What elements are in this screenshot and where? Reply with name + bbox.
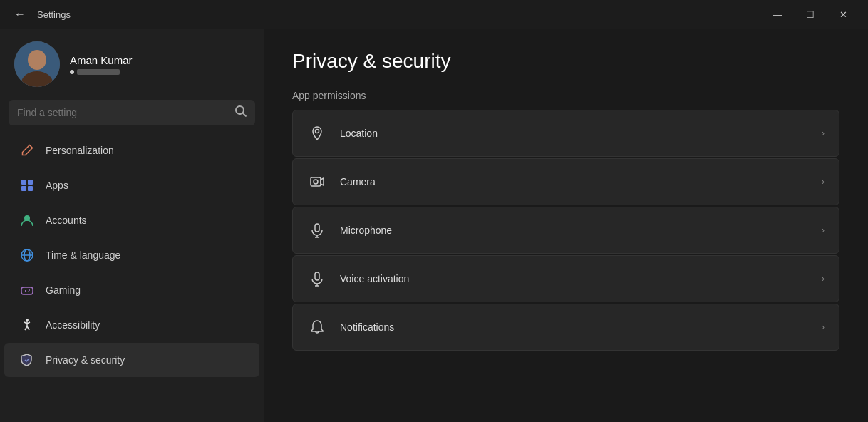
permission-label: Microphone: [340, 225, 809, 236]
sidebar-item-label: Personalization: [46, 145, 114, 156]
voice-icon: [307, 269, 327, 289]
maximize-button[interactable]: ☐: [794, 3, 827, 26]
permission-item-voice[interactable]: Voice activation ›: [292, 255, 839, 302]
user-info: Aman Kumar: [70, 54, 133, 75]
svg-line-20: [25, 326, 27, 330]
sidebar-item-personalization[interactable]: Personalization: [4, 133, 259, 168]
gaming-icon: [19, 282, 36, 299]
svg-rect-28: [315, 272, 319, 280]
minimize-button[interactable]: —: [761, 3, 794, 26]
permission-label: Camera: [340, 176, 809, 187]
user-name: Aman Kumar: [70, 54, 133, 66]
permission-list: Location › Camera ›: [292, 110, 839, 351]
sidebar-item-label: Gaming: [46, 284, 81, 296]
microphone-icon: [307, 220, 327, 240]
search-input[interactable]: [17, 107, 229, 118]
svg-point-15: [28, 291, 29, 292]
globe-icon: [19, 247, 36, 264]
location-icon: [307, 123, 327, 143]
sidebar-nav: Personalization Apps: [0, 133, 264, 378]
svg-rect-11: [21, 287, 33, 294]
sidebar-item-apps[interactable]: Apps: [4, 168, 259, 202]
search-box[interactable]: [9, 100, 255, 125]
chevron-right-icon: ›: [822, 322, 825, 332]
main-container: Aman Kumar: [0, 29, 868, 422]
svg-rect-4: [28, 180, 33, 185]
svg-point-16: [26, 319, 29, 321]
sidebar-item-label: Apps: [46, 180, 68, 191]
content-area: Privacy & security App permissions Locat…: [264, 29, 868, 422]
permission-label: Notifications: [340, 321, 809, 333]
sidebar-item-accessibility[interactable]: Accessibility: [4, 308, 259, 342]
accessibility-icon: [19, 316, 36, 334]
user-profile[interactable]: Aman Kumar: [0, 29, 264, 100]
apps-icon: [19, 177, 36, 194]
notifications-icon: [307, 317, 327, 337]
permission-label: Location: [340, 128, 809, 139]
title-bar-left: ← Settings: [9, 3, 761, 26]
sidebar-item-label: Accounts: [46, 215, 87, 226]
sidebar: Aman Kumar: [0, 29, 264, 422]
sidebar-item-time[interactable]: Time & language: [4, 238, 259, 272]
user-dot: [70, 70, 74, 74]
svg-point-14: [29, 289, 30, 291]
accounts-icon: [19, 212, 36, 229]
privacy-icon: [19, 351, 36, 369]
window-controls: — ☐ ✕: [761, 3, 859, 26]
permission-item-camera[interactable]: Camera ›: [292, 158, 839, 205]
permission-item-microphone[interactable]: Microphone ›: [292, 207, 839, 254]
sidebar-item-label: Accessibility: [46, 319, 100, 331]
user-bar: [77, 69, 120, 75]
svg-rect-6: [28, 186, 33, 191]
permission-item-location[interactable]: Location ›: [292, 110, 839, 157]
permission-item-notifications[interactable]: Notifications ›: [292, 304, 839, 351]
svg-rect-23: [311, 177, 321, 186]
user-subtitle: [70, 69, 133, 75]
svg-rect-3: [21, 180, 26, 185]
close-button[interactable]: ✕: [827, 3, 859, 26]
app-title: Settings: [37, 9, 71, 20]
back-button[interactable]: ←: [9, 3, 31, 26]
svg-rect-25: [315, 224, 319, 232]
permission-label: Voice activation: [340, 273, 809, 284]
chevron-right-icon: ›: [822, 177, 825, 187]
section-label: App permissions: [292, 90, 839, 101]
chevron-right-icon: ›: [822, 128, 825, 138]
sidebar-item-accounts[interactable]: Accounts: [4, 203, 259, 237]
camera-icon: [307, 172, 327, 192]
page-title: Privacy & security: [292, 50, 839, 73]
search-icon: [235, 106, 247, 120]
sidebar-item-label: Privacy & security: [46, 354, 125, 366]
avatar: [14, 41, 60, 87]
chevron-right-icon: ›: [822, 274, 825, 284]
sidebar-item-privacy[interactable]: Privacy & security: [4, 343, 259, 377]
svg-point-1: [28, 50, 46, 70]
svg-point-24: [314, 180, 318, 184]
pencil-icon: [19, 142, 36, 159]
sidebar-item-label: Time & language: [46, 249, 120, 261]
svg-point-22: [316, 130, 319, 133]
svg-rect-5: [21, 186, 26, 191]
svg-line-21: [27, 326, 29, 330]
chevron-right-icon: ›: [822, 225, 825, 235]
sidebar-item-gaming[interactable]: Gaming: [4, 273, 259, 307]
title-bar: ← Settings — ☐ ✕: [0, 0, 868, 29]
search-container: [0, 100, 264, 133]
